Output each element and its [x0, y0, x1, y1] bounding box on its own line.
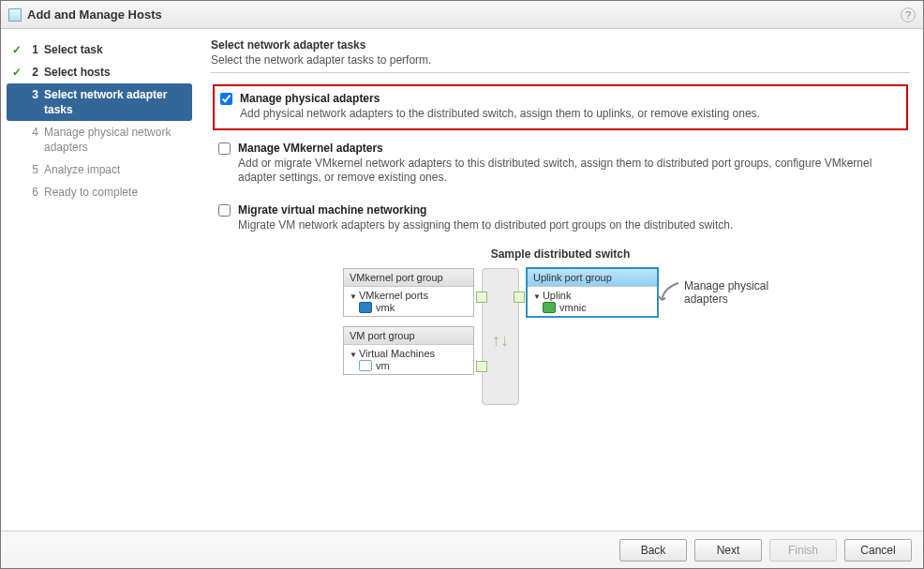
step-analyze-impact: 5 Analyze impact	[1, 158, 198, 181]
task-checkbox-physical[interactable]	[220, 93, 232, 105]
step-number: 5	[29, 162, 38, 177]
task-desc: Migrate VM network adapters by assigning…	[238, 218, 733, 232]
vm-port-group: VM port group ▼Virtual Machines vm	[343, 326, 474, 375]
cancel-button[interactable]: Cancel	[844, 539, 912, 562]
step-label: Select network adapter tasks	[44, 87, 188, 117]
group-body: ▼VMkernel ports vmk	[344, 287, 473, 316]
virtual-machines-label: Virtual Machines	[359, 348, 435, 359]
uplink-with-callout: Uplink port group ▼Uplink vmnic	[527, 268, 778, 317]
task-text: Manage VMkernel adapters Add or migrate …	[238, 142, 901, 185]
step-select-hosts[interactable]: ✓ 2 Select hosts	[1, 61, 198, 83]
wizard-steps-sidebar: ✓ 1 Select task ✓ 2 Select hosts 3 Selec…	[1, 29, 198, 531]
divider	[211, 72, 910, 73]
vmk-item: vmk	[350, 301, 468, 314]
task-checkbox-vmkernel[interactable]	[218, 142, 231, 155]
vmnic-label: vmnic	[559, 302, 587, 313]
page-title: Select network adapter tasks	[211, 38, 910, 52]
callout-text: Manage physical adapters	[684, 279, 778, 306]
wizard-window: Add and Manage Hosts ? ✓ 1 Select task ✓…	[0, 0, 924, 569]
step-select-task[interactable]: ✓ 1 Select task	[1, 38, 198, 61]
task-manage-physical-adapters: Manage physical adapters Add physical ne…	[213, 84, 908, 130]
step-number: 4	[29, 125, 38, 140]
step-label: Ready to complete	[44, 185, 188, 200]
wizard-footer: Back Next Finish Cancel	[1, 531, 923, 568]
group-body: ▼Virtual Machines vm	[344, 345, 473, 374]
page-subtitle: Select the network adapter tasks to perf…	[211, 53, 910, 67]
wizard-icon	[8, 8, 22, 22]
task-desc: Add or migrate VMkernel network adapters…	[238, 157, 901, 185]
step-ready-to-complete: 6 Ready to complete	[1, 181, 198, 203]
task-title: Manage physical adapters	[240, 92, 760, 105]
vmkernel-port-group: VMkernel port group ▼VMkernel ports vmk	[343, 268, 474, 317]
switch-port-icon	[514, 292, 525, 303]
task-text: Manage physical adapters Add physical ne…	[240, 92, 760, 121]
callout-arrow-icon	[658, 281, 680, 304]
uplink-row: ▼Uplink	[533, 290, 651, 301]
step-label: Manage physical network adapters	[44, 125, 188, 155]
sample-diagram-section: Sample distributed switch VMkernel port …	[211, 247, 910, 405]
vm-item: vm	[350, 359, 468, 372]
uplink-port-group: Uplink port group ▼Uplink vmnic	[527, 268, 658, 317]
sample-title: Sample distributed switch	[211, 247, 910, 261]
task-migrate-vm-networking: Migrate virtual machine networking Migra…	[213, 198, 908, 240]
vmk-label: vmk	[376, 302, 395, 313]
task-checkbox-migrate[interactable]	[218, 204, 231, 217]
wizard-main: Select network adapter tasks Select the …	[198, 29, 923, 531]
step-label: Select task	[44, 42, 188, 57]
step-number: 2	[29, 65, 38, 80]
vmnic-item: vmnic	[533, 301, 651, 314]
back-button[interactable]: Back	[619, 539, 687, 562]
task-manage-vmkernel-adapters: Manage VMkernel adapters Add or migrate …	[213, 136, 908, 192]
step-number: 3	[29, 87, 38, 102]
vm-icon	[359, 360, 372, 371]
diagram-column-left: VMkernel port group ▼VMkernel ports vmk …	[343, 268, 474, 375]
group-header: VM port group	[344, 327, 473, 345]
diagram: VMkernel port group ▼VMkernel ports vmk …	[211, 268, 910, 405]
task-title: Migrate virtual machine networking	[238, 203, 733, 217]
finish-button: Finish	[769, 539, 837, 562]
group-header: VMkernel port group	[344, 269, 473, 287]
vmkernel-ports-label: VMkernel ports	[359, 290, 428, 301]
step-manage-physical-adapters: 4 Manage physical network adapters	[1, 121, 198, 158]
help-icon[interactable]: ?	[901, 7, 916, 22]
group-body: ▼Uplink vmnic	[528, 287, 657, 316]
step-label: Analyze impact	[44, 162, 188, 177]
task-text: Migrate virtual machine networking Migra…	[238, 203, 733, 232]
switch-spine: ↑↓	[482, 268, 519, 405]
step-number: 1	[29, 42, 38, 57]
vmkernel-ports-row: ▼VMkernel ports	[350, 290, 468, 301]
uplink-downlink-arrows-icon: ↑↓	[492, 335, 509, 346]
task-title: Manage VMkernel adapters	[238, 142, 901, 155]
vmk-icon	[359, 302, 372, 313]
switch-port-icon	[476, 292, 487, 303]
virtual-machines-row: ▼Virtual Machines	[350, 348, 468, 359]
next-button[interactable]: Next	[694, 539, 762, 562]
step-number: 6	[29, 185, 38, 200]
switch-port-icon	[476, 361, 487, 372]
titlebar: Add and Manage Hosts ?	[1, 1, 923, 29]
check-icon: ✓	[10, 42, 23, 57]
step-label: Select hosts	[44, 65, 188, 80]
window-title: Add and Manage Hosts	[27, 7, 162, 22]
task-desc: Add physical network adapters to the dis…	[240, 107, 760, 121]
nic-icon	[543, 302, 556, 313]
group-header: Uplink port group	[528, 269, 657, 287]
vm-label: vm	[376, 360, 390, 371]
step-network-adapter-tasks[interactable]: 3 Select network adapter tasks	[7, 83, 192, 121]
uplink-label: Uplink	[543, 290, 572, 301]
diagram-column-right: Uplink port group ▼Uplink vmnic	[527, 268, 778, 317]
wizard-body: ✓ 1 Select task ✓ 2 Select hosts 3 Selec…	[1, 29, 923, 531]
check-icon: ✓	[10, 65, 23, 80]
